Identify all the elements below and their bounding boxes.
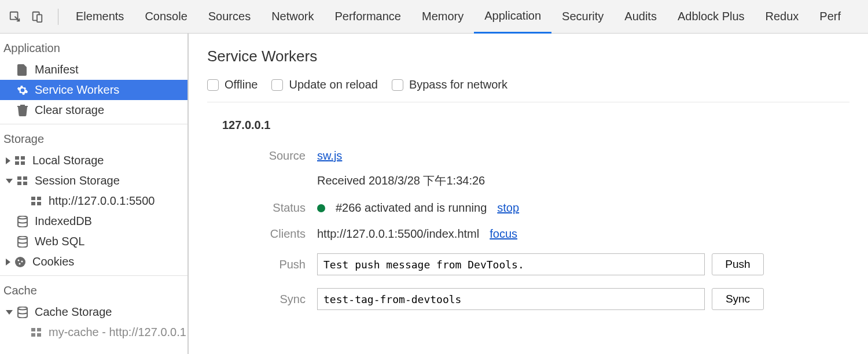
gear-icon <box>16 84 29 97</box>
svg-rect-23 <box>37 328 41 331</box>
option-label: Bypass for network <box>409 78 507 91</box>
tab-memory[interactable]: Memory <box>411 0 474 34</box>
grid-icon <box>30 195 43 208</box>
checkbox[interactable] <box>392 79 403 91</box>
svg-point-18 <box>18 259 20 261</box>
status-dot-icon <box>317 204 325 212</box>
focus-link[interactable]: focus <box>490 227 517 241</box>
tab-elements[interactable]: Elements <box>65 0 134 34</box>
tab-performance[interactable]: Performance <box>325 0 412 34</box>
sync-button[interactable]: Sync <box>712 288 764 310</box>
source-link[interactable]: sw.js <box>317 149 342 162</box>
sidebar-item-label: my-cache - http://127.0.0.1 <box>49 326 186 339</box>
svg-point-17 <box>15 257 25 267</box>
source-received: Received 2018/3/28 下午1:34:26 <box>317 173 485 189</box>
device-toggle-icon[interactable] <box>29 9 45 25</box>
options-row: Offline Update on reload Bypass for netw… <box>207 78 849 102</box>
sidebar-item-clear-storage[interactable]: Clear storage <box>0 100 187 120</box>
tab-security[interactable]: Security <box>551 0 614 34</box>
svg-rect-7 <box>17 176 21 180</box>
database-icon <box>16 235 29 248</box>
push-input[interactable] <box>317 253 705 275</box>
tab-redux[interactable]: Redux <box>755 0 810 34</box>
detail-label: Sync <box>207 293 317 306</box>
sidebar-item-label: Service Workers <box>35 83 119 97</box>
svg-point-20 <box>19 263 21 264</box>
detail-label: Clients <box>207 227 317 241</box>
database-icon <box>16 215 29 228</box>
row-source: Source sw.js Received 2018/3/28 下午1:34:2… <box>207 149 849 189</box>
svg-rect-22 <box>31 328 35 331</box>
tab-adblock-plus[interactable]: Adblock Plus <box>667 0 755 34</box>
sidebar-item-session-storage[interactable]: Session Storage <box>0 171 187 191</box>
page-title: Service Workers <box>207 47 849 65</box>
sidebar-item-manifest[interactable]: Manifest <box>0 60 187 80</box>
row-sync: Sync Sync <box>207 288 849 310</box>
client-url: http://127.0.0.1:5500/index.html <box>317 227 479 241</box>
sidebar-item-web-sql[interactable]: Web SQL <box>0 231 187 252</box>
option-bypass-for-network[interactable]: Bypass for network <box>392 78 507 91</box>
tab-console[interactable]: Console <box>134 0 197 34</box>
row-status: Status #266 activated and is running sto… <box>207 201 849 215</box>
row-push: Push Push <box>207 253 849 275</box>
tab-perf[interactable]: Perf <box>809 0 851 34</box>
sidebar-divider <box>0 124 187 124</box>
svg-point-19 <box>21 260 23 262</box>
svg-point-16 <box>18 236 27 239</box>
svg-rect-13 <box>31 202 35 205</box>
detail-label: Push <box>207 258 317 271</box>
sidebar-item-indexeddb[interactable]: IndexedDB <box>0 211 187 231</box>
row-clients: Clients http://127.0.0.1:5500/index.html… <box>207 227 849 241</box>
sidebar-item-label: IndexedDB <box>35 215 92 228</box>
push-button[interactable]: Push <box>712 253 764 275</box>
chevron-down-icon <box>6 179 13 183</box>
sidebar-item-label: Cache Storage <box>35 305 112 319</box>
cookie-icon <box>14 256 27 268</box>
sidebar-section-cache: Cache <box>0 279 187 302</box>
sidebar-item-service-workers[interactable]: Service Workers <box>0 80 187 100</box>
option-update-on-reload[interactable]: Update on reload <box>271 78 377 91</box>
content-panel: Service Workers Offline Update on reload… <box>189 34 868 354</box>
option-label: Update on reload <box>289 78 377 91</box>
option-label: Offline <box>225 78 258 91</box>
tab-audits[interactable]: Audits <box>614 0 667 34</box>
sidebar-item-label: Manifest <box>35 63 79 76</box>
sidebar-item-session-storage-origin[interactable]: http://127.0.0.1:5500 <box>0 191 187 211</box>
svg-point-15 <box>18 216 27 219</box>
sidebar-item-local-storage[interactable]: Local Storage <box>0 150 187 171</box>
worker-origin: 127.0.0.1 <box>207 119 849 132</box>
chevron-down-icon <box>6 310 13 315</box>
sidebar-item-cache-storage[interactable]: Cache Storage <box>0 302 187 322</box>
detail-label: Status <box>207 201 317 215</box>
trash-icon <box>16 104 29 117</box>
option-offline[interactable]: Offline <box>207 78 258 91</box>
status-text: #266 activated and is running <box>336 201 487 215</box>
grid-icon <box>30 326 43 339</box>
sync-input[interactable] <box>317 288 705 310</box>
svg-rect-12 <box>37 197 41 200</box>
chevron-right-icon <box>6 259 10 266</box>
sidebar-item-label: http://127.0.0.1:5500 <box>49 194 155 208</box>
sidebar-section-storage: Storage <box>0 128 187 150</box>
sidebar-section-application: Application <box>0 37 187 60</box>
chevron-right-icon <box>6 157 10 164</box>
tab-network[interactable]: Network <box>261 0 324 34</box>
devtools-toolbar: ElementsConsoleSourcesNetworkPerformance… <box>0 0 868 34</box>
checkbox[interactable] <box>207 79 219 91</box>
svg-rect-6 <box>21 161 25 165</box>
svg-rect-4 <box>21 156 25 160</box>
sidebar-item-cookies[interactable]: Cookies <box>0 252 187 272</box>
sidebar-item-label: Cookies <box>32 255 74 268</box>
svg-point-21 <box>18 307 27 309</box>
svg-rect-11 <box>31 197 35 200</box>
svg-rect-14 <box>37 202 41 205</box>
stop-link[interactable]: stop <box>497 201 519 215</box>
svg-rect-3 <box>15 156 19 160</box>
sidebar-item-cache-entry[interactable]: my-cache - http://127.0.0.1 <box>0 322 187 342</box>
grid-icon <box>14 154 27 167</box>
checkbox[interactable] <box>271 79 283 91</box>
tab-sources[interactable]: Sources <box>198 0 261 34</box>
inspect-icon[interactable] <box>7 9 23 25</box>
tab-application[interactable]: Application <box>474 0 551 34</box>
database-icon <box>16 306 29 319</box>
